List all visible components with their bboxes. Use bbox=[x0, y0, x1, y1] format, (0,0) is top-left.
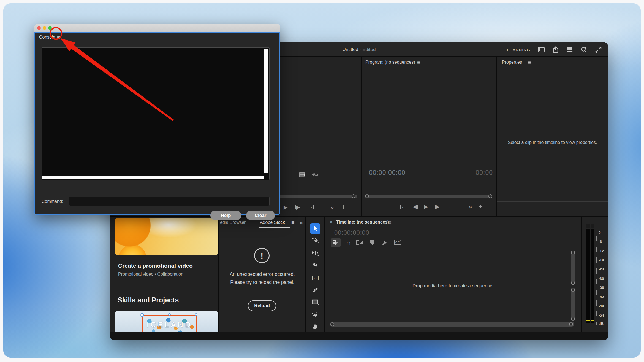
meter-channel1-header bbox=[586, 224, 590, 228]
source-step-forward-button[interactable]: ▶ bbox=[295, 204, 300, 210]
console-tab-title[interactable]: Console bbox=[39, 35, 55, 40]
properties-panel-title[interactable]: Properties bbox=[502, 60, 522, 65]
timeline-panel-menu-icon[interactable]: ≡ bbox=[388, 219, 392, 225]
program-button-editor-plus[interactable]: + bbox=[479, 203, 483, 210]
iceland-tutorial-thumbnail[interactable]: ICELAND bbox=[115, 311, 218, 332]
program-monitor-panel: Program: (no sequences) ≡ 00:00:00:00 00… bbox=[362, 57, 496, 216]
source-button-editor-plus[interactable]: + bbox=[341, 203, 345, 211]
tab-adobe-stock[interactable]: Adobe Stock bbox=[260, 220, 285, 225]
program-more-buttons-chevron[interactable]: » bbox=[469, 203, 472, 210]
program-play-button[interactable]: ▶ bbox=[424, 203, 428, 210]
timeline-horizontal-scrollbar[interactable] bbox=[330, 322, 574, 327]
meter-channel2-bar bbox=[591, 229, 594, 323]
fullscreen-icon[interactable] bbox=[595, 46, 602, 53]
iceland-selection-box[interactable]: ICELAND bbox=[142, 315, 197, 332]
drag-audio-icon[interactable] bbox=[311, 172, 319, 178]
console-titlebar[interactable] bbox=[34, 24, 280, 32]
source-transport-controls: ▶ ▶ → » + bbox=[284, 203, 345, 211]
program-go-to-out-button[interactable]: → bbox=[446, 203, 452, 210]
slip-tool[interactable]: |↔| bbox=[306, 273, 324, 282]
properties-panel-header: Properties ≡ bbox=[497, 57, 608, 67]
timeline-close-icon[interactable]: × bbox=[330, 219, 333, 225]
h-scrollbar-handle-left[interactable] bbox=[330, 322, 334, 326]
console-output-vertical-scrollbar[interactable] bbox=[264, 49, 268, 173]
timeline-playhead-timecode[interactable]: 00:00:00:00 bbox=[334, 229, 369, 236]
audio-scrollbar-handle-top[interactable] bbox=[571, 288, 575, 292]
workspace-panel-icon[interactable] bbox=[538, 47, 545, 53]
timeline-drop-message: Drop media here to create a sequence. bbox=[325, 283, 581, 289]
command-input[interactable] bbox=[69, 197, 270, 206]
tutorial-card-title[interactable]: Create a promotional video bbox=[118, 262, 193, 269]
add-marker-button[interactable] bbox=[370, 240, 374, 245]
selection-tool[interactable] bbox=[306, 224, 324, 233]
close-traffic-light[interactable] bbox=[37, 26, 41, 30]
source-more-buttons-chevron[interactable]: » bbox=[330, 204, 334, 210]
timeline-settings-wrench-icon[interactable] bbox=[381, 239, 388, 246]
video-scrollbar-handle-top[interactable] bbox=[571, 251, 575, 254]
timeline-audio-track-scrollbar[interactable] bbox=[571, 289, 575, 320]
ripple-edit-tool[interactable] bbox=[306, 249, 324, 257]
source-play-button[interactable]: ▶ bbox=[284, 204, 288, 210]
insert-as-nest-toggle[interactable] bbox=[333, 240, 339, 245]
app-window-bottom-chrome bbox=[110, 332, 608, 340]
program-step-forward-button[interactable]: ▶ bbox=[435, 203, 440, 210]
track-select-forward-tool[interactable] bbox=[306, 237, 324, 245]
source-go-to-out-button[interactable]: → bbox=[308, 204, 314, 210]
program-panel-menu-icon[interactable]: ≡ bbox=[417, 60, 420, 65]
reload-button[interactable]: Reload bbox=[248, 300, 276, 311]
audio-meters-panel: 0 -6 -12 -18 -24 -30 -36 -42 -48 -54 dB bbox=[582, 217, 608, 332]
hand-tool[interactable] bbox=[306, 323, 324, 331]
clear-button[interactable]: Clear bbox=[246, 211, 275, 220]
export-share-icon[interactable] bbox=[552, 46, 559, 53]
tab-media-browser[interactable]: edia Browser bbox=[220, 220, 246, 225]
rectangle-tool[interactable] bbox=[306, 298, 324, 306]
pen-tool[interactable] bbox=[306, 286, 324, 294]
tab-adobe-stock-underline bbox=[259, 227, 290, 228]
razor-tool[interactable] bbox=[306, 261, 324, 269]
drag-video-icon[interactable] bbox=[298, 171, 306, 178]
error-message-line2: Please try to reload the panel. bbox=[219, 280, 305, 285]
stock-panel-menu-icon[interactable]: ≡ bbox=[291, 220, 295, 225]
promo-tutorial-thumbnail[interactable] bbox=[115, 218, 218, 255]
program-current-timecode[interactable]: 00:00:00:00 bbox=[369, 169, 406, 176]
console-panel-menu-icon[interactable]: ≡ bbox=[57, 34, 60, 40]
stock-more-tabs-chevron[interactable]: » bbox=[300, 219, 303, 226]
console-output-area[interactable] bbox=[42, 47, 270, 180]
source-zoom-handle-right[interactable] bbox=[352, 194, 355, 198]
audio-scrollbar-handle-bottom[interactable] bbox=[571, 317, 575, 321]
meter-tick-24: -24 bbox=[599, 267, 604, 271]
selection-anchor-point[interactable] bbox=[140, 313, 144, 317]
captions-button[interactable]: CC bbox=[394, 240, 401, 245]
selection-handle-top-center[interactable] bbox=[168, 313, 171, 316]
program-go-to-in-button[interactable]: ← bbox=[400, 203, 406, 210]
document-title-name: Untitled bbox=[343, 47, 358, 52]
h-scrollbar-handle-right[interactable] bbox=[569, 322, 573, 326]
stacked-panels-icon[interactable] bbox=[566, 47, 573, 53]
timeline-video-track-scrollbar[interactable] bbox=[571, 251, 575, 285]
object-selection-tool[interactable] bbox=[306, 310, 324, 319]
meter-tick-6: -6 bbox=[599, 240, 602, 244]
meter-tick-30: -30 bbox=[599, 277, 604, 281]
timeline-panel-title[interactable]: Timeline: (no sequences) bbox=[336, 220, 389, 225]
zoom-traffic-light[interactable] bbox=[48, 26, 52, 30]
properties-panel-menu-icon[interactable]: ≡ bbox=[528, 60, 531, 65]
console-output-horizontal-scrollbar[interactable] bbox=[42, 176, 264, 179]
timeline-header-divider bbox=[330, 250, 395, 250]
meter-tick-48: -48 bbox=[599, 304, 604, 308]
program-step-back-button[interactable]: ◀ bbox=[413, 203, 418, 210]
quick-search-icon[interactable] bbox=[580, 46, 588, 53]
minimize-traffic-light[interactable] bbox=[43, 26, 46, 30]
program-zoom-handle-right[interactable] bbox=[488, 194, 492, 198]
properties-empty-message: Select a clip in the timeline to view pr… bbox=[497, 140, 608, 145]
program-zoom-scrollbar[interactable] bbox=[365, 195, 492, 198]
linked-selection-toggle[interactable] bbox=[356, 240, 363, 246]
program-zoom-handle-left[interactable] bbox=[365, 194, 369, 198]
selection-handle-top-right[interactable] bbox=[195, 313, 197, 316]
help-button[interactable]: Help bbox=[210, 211, 241, 220]
snap-magnet-toggle[interactable]: ∩ bbox=[345, 239, 352, 246]
program-panel-title[interactable]: Program: (no sequences) bbox=[365, 60, 415, 65]
video-scrollbar-handle-bottom[interactable] bbox=[571, 281, 575, 285]
tools-panel: |↔| bbox=[306, 217, 324, 332]
workspace-label[interactable]: LEARNING bbox=[507, 47, 530, 52]
console-window: Console ≡ Command: Help Clear bbox=[34, 24, 280, 215]
